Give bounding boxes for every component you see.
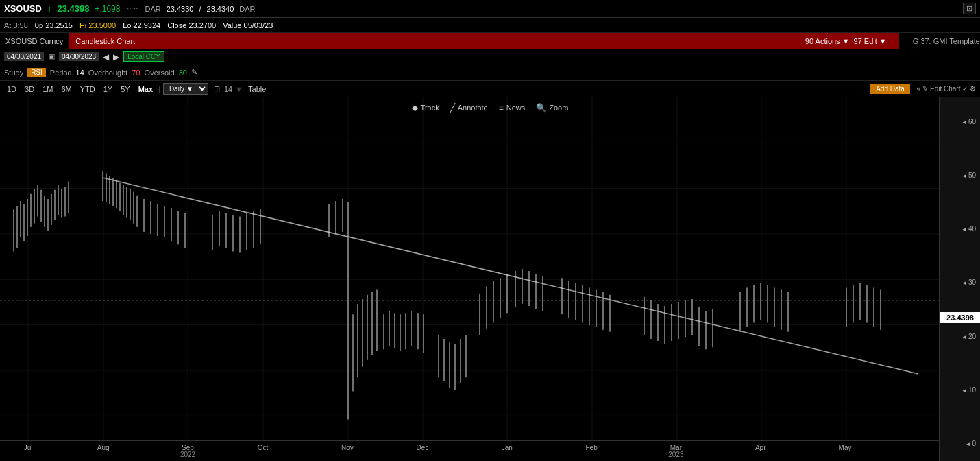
template-label: G 37: GMI Template	[913, 37, 980, 45]
high-value: Hi 23.5000	[79, 21, 116, 29]
study-label: Study	[4, 69, 23, 77]
prev-arrow[interactable]: ◀	[103, 52, 109, 62]
interval-select[interactable]: Daily ▼ Weekly Monthly	[163, 83, 208, 95]
chart-container: ◆ Track ╱ Annotate ≡ News 🔍 Zoom	[0, 97, 980, 461]
title-actions: 90 Actions ▼ 97 Edit ▼	[805, 37, 892, 45]
y-tick-60: 60	[940, 118, 980, 126]
title-bar: XSOUSD Curncy Candlestick Chart 90 Actio…	[0, 33, 980, 49]
x-year-2023: 2023	[668, 451, 683, 458]
edit-button[interactable]: 97 Edit ▼	[854, 37, 887, 45]
btn-1y[interactable]: 1Y	[101, 84, 115, 94]
dar-ask: 23.4340	[207, 5, 234, 13]
y-tick-30: 30	[940, 279, 980, 286]
y-tick-10: 10	[940, 386, 980, 394]
x-dec: Dec	[417, 444, 429, 451]
title-left: XSOUSD Curncy	[0, 33, 69, 49]
ticker-symbol: XSOUSD	[4, 3, 42, 14]
x-nov: Nov	[341, 444, 354, 451]
open-value: 0p 23.2515	[35, 21, 73, 29]
btn-1d[interactable]: 1D	[4, 84, 19, 94]
zoom-icon: 🔍	[536, 103, 546, 113]
rsi-badge[interactable]: RSI	[27, 68, 46, 77]
edit-study-icon[interactable]: ✎	[191, 68, 197, 77]
date-from[interactable]: 04/30/2021	[4, 52, 44, 61]
btn-3d[interactable]: 3D	[22, 84, 37, 94]
next-arrow[interactable]: ▶	[113, 52, 119, 62]
time-label: At 3:58	[4, 21, 28, 29]
btn-5y[interactable]: 5Y	[118, 84, 132, 94]
track-label: Track	[421, 104, 439, 112]
x-feb: Feb	[585, 444, 597, 451]
close-value: Close 23.2700	[167, 21, 216, 29]
add-data-button[interactable]: Add Data	[870, 84, 910, 94]
actions-button[interactable]: 90 Actions ▼	[805, 37, 850, 45]
btn-1m[interactable]: 1M	[40, 84, 56, 94]
zoom-button[interactable]: 🔍 Zoom	[536, 103, 568, 113]
divider2: ▼	[235, 85, 243, 93]
annotate-button[interactable]: ╱ Annotate	[450, 103, 488, 113]
zoom-label: Zoom	[549, 104, 568, 112]
overbought-value: 70	[132, 69, 140, 77]
symbol-label: XSOUSD Curncy	[5, 37, 63, 45]
track-icon: ◆	[412, 103, 418, 113]
dar-label2: DAR	[239, 5, 255, 13]
y-tick-0: 0	[940, 440, 980, 447]
period-num: 14	[224, 85, 232, 93]
top-bar-right: ⊡	[963, 3, 976, 14]
ticker-price: 23.4398	[57, 3, 89, 14]
timerange-bar: 1D 3D 1M 6M YTD 1Y 5Y Max | Daily ▼ Week…	[0, 81, 980, 97]
chart-label: Candlestick Chart	[75, 37, 135, 45]
x-jan: Jan	[502, 444, 513, 451]
x-apr: Apr	[755, 444, 766, 451]
interval-icon: ⊡	[214, 84, 220, 93]
y-tick-20: 20	[940, 333, 980, 340]
edit-chart-button[interactable]: « ✎ Edit Chart ✓ ⚙	[917, 85, 976, 93]
top-bar: XSOUSD ↑ 23.4398 +.1698 〰〰 DAR 23.4330 /…	[0, 0, 980, 18]
value-date: Value 05/03/23	[223, 21, 273, 29]
btn-ytd[interactable]: YTD	[77, 84, 98, 94]
oversold-label: Oversold	[145, 69, 175, 77]
x-may: May	[839, 444, 852, 451]
btn-6m[interactable]: 6M	[58, 84, 74, 94]
y-tick-40: 40	[940, 225, 980, 233]
study-bar: Study RSI Period 14 Overbought 70 Overso…	[0, 64, 980, 81]
annotate-label: Annotate	[458, 104, 488, 112]
y-tick-50: 50	[940, 172, 980, 179]
second-bar: At 3:58 0p 23.2515 Hi 23.5000 Lo 22.9324…	[0, 18, 980, 33]
period-label: Period	[50, 69, 72, 77]
x-aug: Aug	[97, 444, 110, 451]
news-label: News	[506, 104, 526, 112]
gmi-label: G 37: GMI Template	[913, 37, 980, 45]
divider: |	[158, 85, 160, 93]
date-separator: ▣	[48, 52, 55, 61]
overbought-label: Overbought	[88, 69, 127, 77]
low-value: Lo 22.9324	[123, 21, 160, 29]
date-to[interactable]: 04/30/2023	[59, 52, 99, 61]
x-year-2022: 2022	[180, 451, 195, 458]
chart-toolbar: ◆ Track ╱ Annotate ≡ News 🔍 Zoom	[412, 103, 569, 113]
dar-bid: 23.4330	[167, 5, 194, 13]
y-axis: 60 50 40 30 20 10 0	[939, 97, 980, 461]
period-value: 14	[76, 69, 84, 77]
x-oct: Oct	[258, 444, 269, 451]
date-bar: 04/30/2021 ▣ 04/30/2023 ◀ ▶ Local CCY	[0, 49, 980, 64]
chart-svg	[0, 97, 939, 440]
news-icon: ≡	[499, 103, 504, 113]
title-center: Candlestick Chart 90 Actions ▼ 97 Edit ▼	[69, 33, 898, 49]
svg-line-18	[103, 178, 918, 374]
export-icon[interactable]: ⊡	[963, 3, 976, 14]
btn-max[interactable]: Max	[136, 84, 156, 94]
dar-label: DAR	[145, 5, 160, 13]
local-ccy[interactable]: Local CCY	[123, 51, 164, 62]
current-price-label: 23.4398	[940, 312, 980, 323]
news-button[interactable]: ≡ News	[499, 103, 526, 113]
ticker-change: +.1698	[95, 4, 120, 14]
x-axis: Jul Aug Sep Oct Nov Dec Jan Feb Mar Apr …	[0, 440, 939, 461]
x-jul: Jul	[24, 444, 33, 451]
annotate-icon: ╱	[450, 103, 455, 113]
oversold-value: 30	[179, 69, 187, 77]
sparkline: 〰〰	[125, 5, 139, 12]
table-button[interactable]: Table	[248, 85, 266, 93]
ticker-trend: ↑	[47, 3, 52, 14]
track-button[interactable]: ◆ Track	[412, 103, 439, 113]
